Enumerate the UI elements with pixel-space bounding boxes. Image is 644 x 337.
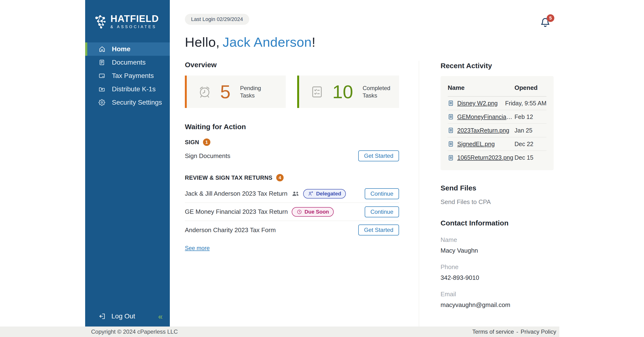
brand-name: HATFIELD — [110, 14, 159, 23]
sign-section-label: SIGN — [185, 139, 199, 146]
sign-count-badge: 1 — [203, 138, 210, 146]
sidebar-item-label: Security Settings — [112, 99, 162, 106]
opened-date: Feb 12 — [514, 113, 533, 120]
column-divider — [419, 61, 419, 330]
person-arrow-icon — [308, 191, 314, 197]
sidebar-item-label: Home — [112, 45, 130, 53]
greeting-prefix: Hello, — [185, 34, 220, 49]
sidebar-nav: Home Documents Tax Payments — [85, 42, 170, 109]
activity-column: Recent Activity Name Opened Disney W2.pn… — [440, 61, 554, 330]
file-link[interactable]: SignedEL.png — [457, 141, 495, 148]
see-more-link[interactable]: See more — [185, 245, 210, 252]
notification-count-badge: 5 — [547, 14, 554, 22]
footer: Copyright © 2024 cPaperless LLC Terms of… — [0, 327, 559, 337]
brand-tagline: & ASSOCIATES — [110, 25, 159, 29]
opened-date: Friday, 9:55 AM — [505, 100, 546, 107]
main-content: Last Login 02/29/2024 5 Hello,Jack Ander… — [170, 0, 559, 327]
greeting-suffix: ! — [312, 34, 316, 49]
get-started-button[interactable]: Get Started — [358, 150, 399, 161]
sidebar-item-home[interactable]: Home — [85, 42, 170, 56]
task-row-jack-jill-return: Jack & Jill Anderson 2023 Tax Return Del… — [185, 185, 399, 203]
credit-card-icon — [98, 72, 106, 79]
home-icon — [98, 45, 106, 53]
file-link[interactable]: 1065Return2023.png — [457, 154, 513, 161]
logout-icon — [98, 313, 106, 320]
file-link[interactable]: 2023TaxReturn.png — [457, 127, 509, 134]
activity-row: SignedEL.png Dec 22 — [448, 137, 546, 151]
task-row-anderson-charity-form: Anderson Charity 2023 Tax Form Get Start… — [185, 221, 399, 239]
task-row-sign-documents: Sign Documents Get Started — [185, 148, 399, 163]
activity-row: 1065Return2023.png Dec 15 — [448, 151, 546, 164]
contact-email-label: Email — [440, 291, 554, 298]
contact-email-value: macyvaughn@gmail.com — [440, 301, 554, 309]
file-icon — [448, 100, 454, 107]
pending-tasks-card: 5 PendingTasks — [185, 75, 286, 108]
folder-share-icon — [98, 85, 106, 93]
page-greeting: Hello,Jack Anderson! — [185, 34, 554, 50]
sidebar-item-distribute-k1s[interactable]: Distribute K-1s — [85, 82, 170, 96]
column-header-name: Name — [448, 84, 514, 91]
sidebar-item-label: Distribute K-1s — [112, 85, 156, 93]
continue-button[interactable]: Continue — [365, 188, 399, 199]
tasks-column: Overview 5 PendingTasks 10 Comple — [185, 61, 399, 330]
completed-tasks-label: CompletedTasks — [362, 84, 390, 99]
pending-accent-bar — [185, 75, 187, 108]
overview-title: Overview — [185, 61, 399, 69]
contact-phone-value: 342-893-9010 — [440, 274, 554, 282]
activity-row: GEMoneyFinancial...png Feb 12 — [448, 110, 546, 124]
file-link[interactable]: GEMoneyFinancial...png — [457, 113, 513, 120]
sidebar-collapse-chevron[interactable]: « — [158, 312, 163, 320]
waiting-for-action-title: Waiting for Action — [185, 123, 399, 131]
file-icon — [448, 127, 454, 134]
logout-button[interactable]: Log Out — [98, 313, 135, 320]
sidebar-item-label: Documents — [112, 59, 146, 66]
completed-tasks-card: 10 CompletedTasks — [297, 75, 399, 108]
continue-button[interactable]: Continue — [365, 206, 399, 217]
sidebar-item-documents[interactable]: Documents — [85, 56, 170, 69]
logout-label: Log Out — [112, 313, 135, 320]
brand-logo: HATFIELD & ASSOCIATES — [85, 0, 170, 29]
opened-date: Dec 22 — [514, 141, 533, 148]
recent-activity-header: Name Opened — [448, 81, 546, 96]
gear-icon — [98, 99, 106, 106]
contact-information-title: Contact Information — [440, 219, 554, 227]
send-files-title: Send Files — [440, 184, 554, 192]
terms-of-service-link[interactable]: Terms of service — [472, 329, 514, 335]
opened-date: Dec 15 — [514, 154, 533, 161]
column-header-opened: Opened — [514, 84, 538, 91]
clock-icon — [296, 209, 302, 215]
brand-logo-icon — [94, 14, 107, 29]
pending-tasks-label: PendingTasks — [240, 84, 261, 99]
client-portal-page: HATFIELD & ASSOCIATES Home Documents — [0, 0, 644, 337]
sidebar-item-label: Tax Payments — [112, 72, 154, 80]
privacy-policy-link[interactable]: Privacy Policy — [521, 329, 556, 335]
get-started-button[interactable]: Get Started — [358, 225, 399, 236]
alarm-clock-icon — [198, 85, 212, 99]
sidebar-item-tax-payments[interactable]: Tax Payments — [85, 69, 170, 82]
checklist-icon — [310, 85, 324, 99]
recent-activity-title: Recent Activity — [440, 62, 554, 70]
completed-accent-bar — [297, 75, 299, 108]
task-row-ge-money-return: GE Money Financial 2023 Tax Return Due S… — [185, 203, 399, 221]
file-link[interactable]: Disney W2.png — [457, 100, 498, 107]
file-icon — [448, 113, 454, 120]
contact-name-label: Name — [440, 236, 554, 244]
send-files-to-cpa-link[interactable]: Send Files to CPA — [440, 198, 491, 206]
pending-tasks-count: 5 — [220, 82, 230, 101]
delegated-status-badge: Delegated — [303, 189, 346, 199]
document-icon — [98, 59, 106, 66]
sidebar-item-security-settings[interactable]: Security Settings — [85, 96, 170, 109]
review-section-label: REVIEW & SIGN TAX RETURNS — [185, 174, 272, 181]
notifications-button[interactable]: 5 — [540, 17, 550, 29]
completed-tasks-count: 10 — [332, 82, 353, 101]
activity-row: 2023TaxReturn.png Jan 25 — [448, 124, 546, 137]
activity-row: Disney W2.png Friday, 9:55 AM — [448, 96, 546, 110]
people-icon — [292, 191, 299, 197]
file-icon — [448, 154, 454, 161]
footer-separator: - — [516, 329, 518, 335]
opened-date: Jan 25 — [514, 127, 532, 134]
recent-activity-card: Name Opened Disney W2.png Friday, 9:55 A… — [440, 76, 554, 170]
file-icon — [448, 140, 454, 148]
review-count-badge: 4 — [276, 174, 284, 181]
sidebar: HATFIELD & ASSOCIATES Home Documents — [85, 0, 170, 327]
